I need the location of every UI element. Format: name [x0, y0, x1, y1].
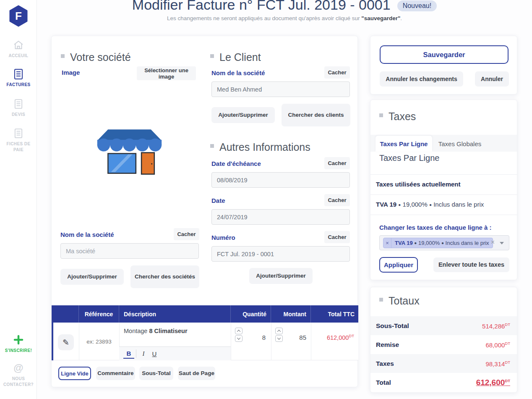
hide-client-name-button[interactable]: Cacher — [324, 66, 350, 79]
search-companies-button[interactable]: Chercher des sociétés — [130, 265, 199, 288]
hide-date-button[interactable]: Cacher — [324, 194, 350, 206]
search-clients-button[interactable]: Chercher des clients — [282, 104, 350, 126]
section-bullet — [210, 54, 214, 58]
description-bold-text: 8 Climatiseur — [149, 328, 187, 334]
company-image-label: Image — [62, 69, 80, 76]
bullet-separator: ● — [429, 202, 432, 207]
company-name-input[interactable] — [60, 243, 199, 259]
hide-number-button[interactable]: Cacher — [324, 231, 350, 243]
invoice-number-input[interactable] — [211, 246, 350, 262]
discount-label: Remise — [376, 341, 399, 349]
bullet-separator: ● — [441, 241, 444, 245]
other-info-section-heading: Autres Informations — [210, 141, 310, 153]
tab-taxes-par-ligne[interactable]: Taxes Par Ligne — [376, 136, 432, 152]
section-title: Votre société — [70, 51, 131, 63]
page-title: Modifier Facture n° FCT Jul. 2019 - 0001 — [132, 0, 391, 14]
description-column-header: Déscription — [119, 305, 231, 323]
page-subtitle: Les changements ne seront appliqués au d… — [37, 15, 532, 21]
quantity-column-header: Quantité — [231, 305, 271, 323]
add-page-break-button[interactable]: Saut de Page — [178, 367, 215, 380]
apply-taxes-button[interactable]: Appliquer — [379, 257, 418, 273]
quantity-value[interactable]: 8 — [248, 334, 266, 341]
hide-due-date-button[interactable]: Cacher — [324, 157, 350, 169]
section-bullet — [210, 144, 214, 148]
client-section-heading: Le Client — [210, 51, 261, 63]
section-title: Totaux — [389, 295, 420, 307]
underline-button[interactable]: U — [149, 349, 160, 359]
total-value[interactable]: 612,600DT — [476, 378, 510, 387]
client-name-input[interactable] — [211, 81, 350, 97]
company-section-heading: Votre société — [61, 51, 131, 63]
currency-suffix: DT — [505, 360, 510, 365]
currency-suffix: DT — [505, 322, 510, 327]
tax-mode: Inclus dans le prix — [433, 201, 484, 208]
save-button[interactable]: Sauvegarder — [380, 45, 509, 64]
subtitle-bold: "sauvegarder" — [361, 15, 400, 21]
pencil-icon: ✎ — [63, 338, 69, 347]
taxes-value: 98,314DT — [485, 360, 510, 368]
taxes-row: Taxes 98,314DT — [370, 354, 517, 373]
select-image-button[interactable]: Sélectionner une image — [137, 66, 196, 80]
quantity-decrement-button[interactable] — [235, 335, 243, 342]
invoice-edit-card: Votre société Image Sélectionner une ima… — [51, 36, 358, 387]
plus-icon — [0, 334, 37, 346]
italic-button[interactable]: I — [138, 349, 149, 359]
tax-rate: 19,000% — [418, 240, 440, 246]
sidebar-item-label: S'INSCRIRE! — [0, 348, 37, 354]
add-empty-line-button[interactable]: Ligne Vide — [58, 367, 91, 380]
taxes-section-heading: Taxes — [379, 110, 416, 123]
subtitle-text: Les changements ne seront appliqués au d… — [167, 15, 361, 21]
document-icon — [0, 127, 37, 139]
sidebar-item-fiches-de-paie[interactable]: FICHES DE PAIE — [0, 127, 37, 152]
save-panel: Sauvegarder Annuler les changements Annu… — [370, 36, 517, 94]
other-info-add-remove-button[interactable]: Ajouter/Supprimer — [249, 268, 313, 284]
edit-line-button[interactable]: ✎ — [58, 334, 74, 350]
bullet-separator: ● — [398, 202, 401, 207]
invoice-line-row: ✎ Montage 8 Climatiseur B I U 8 85 612,0… — [52, 323, 358, 360]
line-total-value: 612,000DT — [303, 333, 354, 341]
due-date-input[interactable] — [211, 172, 350, 188]
tax-mode: Inclus dans le prix — [446, 240, 489, 246]
amount-decrement-button[interactable] — [275, 335, 283, 342]
quantity-increment-button[interactable] — [235, 328, 243, 334]
due-date-label: Date d'échéance — [211, 160, 261, 167]
sidebar-item-sinscrire[interactable]: S'INSCRIRE! — [0, 334, 37, 354]
tax-name: TVA 19 — [376, 201, 396, 208]
add-comment-button[interactable]: Commentaire — [96, 367, 135, 380]
chevron-down-icon[interactable] — [500, 242, 504, 244]
sidebar-item-factures[interactable]: FACTURES — [0, 68, 37, 88]
cancel-button[interactable]: Annuler — [475, 71, 509, 87]
bullet-separator: ● — [414, 241, 417, 245]
reference-input[interactable] — [79, 323, 119, 360]
number-label: Numéro — [211, 234, 235, 241]
totals-section-heading: Totaux — [379, 295, 420, 307]
date-input[interactable] — [211, 209, 350, 225]
sidebar-item-devis[interactable]: DEVIS — [0, 98, 37, 118]
taxes-label: Taxes — [376, 360, 394, 368]
sidebar-item-nous-contacter[interactable]: @ NOUS CONTACTER? — [0, 362, 37, 387]
client-add-remove-button[interactable]: Ajouter/Supprimer — [211, 107, 275, 123]
app-logo[interactable]: F — [9, 5, 28, 27]
company-add-remove-button[interactable]: Ajouter/Supprimer — [60, 269, 124, 285]
tax-name: TVA 19 — [395, 240, 413, 246]
document-icon — [0, 98, 37, 110]
cancel-changes-button[interactable]: Annuler les changements — [380, 71, 463, 87]
section-bullet — [379, 298, 383, 302]
add-subtotal-button[interactable]: Sous-Total — [139, 367, 173, 380]
invoice-icon — [0, 68, 37, 80]
tax-multiselect[interactable]: × TVA 19 ● 19,000% ● Inclus dans le prix… — [379, 235, 509, 250]
description-editor[interactable]: Montage 8 Climatiseur — [124, 328, 188, 334]
hide-company-name-button[interactable]: Cacher — [174, 228, 199, 240]
sidebar-item-acceuil[interactable]: ACCEUIL — [0, 39, 37, 59]
total-ttc-column-header: Total TTC — [311, 305, 358, 323]
page-header: Modifier Facture n° FCT Jul. 2019 - 0001… — [37, 0, 532, 15]
clear-select-icon[interactable]: × — [491, 239, 495, 246]
bold-button[interactable]: B — [123, 349, 134, 359]
total-label: Total — [376, 379, 391, 386]
tax-item: TVA 19 ● 19,000% ● Inclus dans le prix — [376, 201, 484, 208]
amount-increment-button[interactable] — [275, 328, 283, 334]
remove-tag-icon[interactable]: × — [383, 238, 391, 248]
tab-taxes-globales[interactable]: Taxes Globales — [433, 136, 487, 152]
remove-all-taxes-button[interactable]: Enlever toute les taxes — [433, 257, 509, 272]
subtotal-label: Sous-Total — [376, 322, 409, 330]
